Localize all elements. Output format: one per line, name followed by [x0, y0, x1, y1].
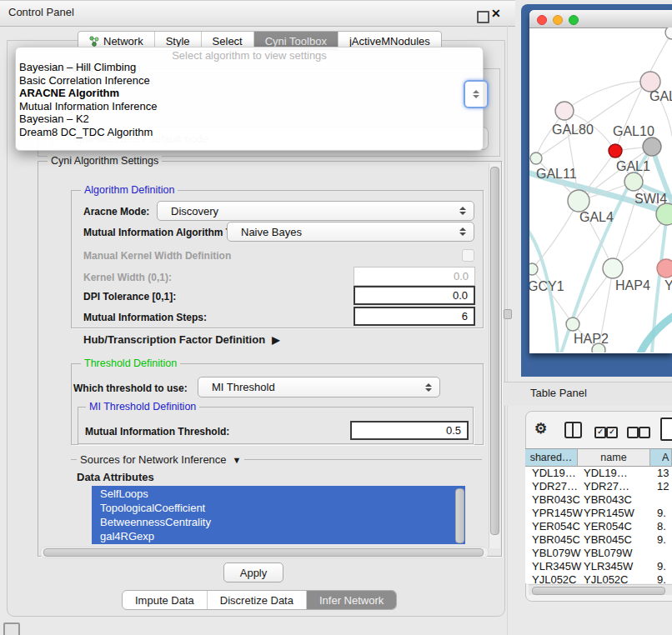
split-columns-icon[interactable]	[564, 422, 582, 438]
table-cell[interactable]: YLR345W	[584, 560, 633, 572]
table-row[interactable]: YPR145WYPR145W9.	[525, 507, 672, 520]
new-table-icon[interactable]	[660, 418, 672, 441]
dropdown-item[interactable]: Bayesian – K2	[19, 112, 89, 125]
aracne-mode-combo[interactable]: Discovery	[157, 201, 474, 221]
mi-threshold-field[interactable]: 0.5	[350, 421, 469, 440]
network-node[interactable]	[555, 102, 574, 120]
network-node[interactable]	[568, 190, 589, 212]
network-node[interactable]	[603, 258, 623, 278]
dropdown-item-selected[interactable]: ARACNE Algorithm	[19, 87, 119, 99]
float-panel-icon[interactable]	[477, 11, 489, 23]
network-node[interactable]	[624, 172, 643, 191]
dpi-tolerance-label: DPI Tolerance [0,1]:	[83, 291, 176, 302]
attributes-scrollbar-thumb[interactable]	[455, 488, 464, 543]
column-header-partial[interactable]: A	[650, 448, 672, 467]
dropdown-item[interactable]: Basic Correlation Inference	[19, 74, 150, 87]
which-threshold-combo[interactable]: MI Threshold	[198, 377, 440, 398]
table-cell[interactable]: YBL079W	[584, 547, 633, 559]
zoom-window-icon[interactable]	[569, 15, 579, 25]
dropdown-item[interactable]: Bayesian – Hill Climbing	[19, 61, 136, 73]
table-cell[interactable]: 8.	[657, 520, 666, 532]
settings-hscrollbar-thumb[interactable]	[43, 548, 484, 557]
table-cell[interactable]: YBR045C	[584, 533, 632, 546]
network-node[interactable]	[529, 263, 538, 275]
table-row[interactable]: YER054CYER054C8.	[525, 520, 672, 533]
tab-impute-data[interactable]: Impute Data	[123, 591, 207, 609]
select-all-icon[interactable]: ✓	[606, 427, 618, 438]
minimize-window-icon[interactable]	[553, 15, 563, 25]
network-node[interactable]	[657, 259, 672, 278]
mi-type-combo[interactable]: Naive Bayes	[227, 222, 474, 242]
attribute-item[interactable]: BetweennessCentrality	[100, 516, 211, 528]
manual-kernel-checkbox[interactable]	[462, 249, 474, 262]
table-cell[interactable]: YDL19…	[584, 467, 628, 479]
network-window-titlebar[interactable]	[529, 10, 672, 28]
table-row[interactable]: YBR045CYBR045C9.	[525, 533, 672, 547]
network-node[interactable]	[665, 28, 672, 39]
algorithm-combo-stepper[interactable]	[464, 80, 489, 108]
table-cell[interactable]: YDR27…	[584, 480, 629, 492]
table-cell[interactable]: YDL19…	[532, 467, 576, 479]
network-canvas[interactable]: GALGAL80GAL10GAL11GAL1SWI4GAL4GCY1HAP4YH…	[529, 28, 672, 352]
attribute-item[interactable]: gal4RGexp	[100, 530, 154, 542]
table-row[interactable]: YLR345WYLR345W9.	[525, 560, 672, 573]
settings-hscrollbar-track[interactable]	[40, 547, 489, 558]
table-hscrollbar-thumb[interactable]	[532, 587, 665, 595]
table-cell[interactable]: YER054C	[532, 520, 580, 532]
table-cell[interactable]: 9.	[657, 573, 666, 583]
table-row[interactable]: YDL19…YDL19…13	[525, 467, 672, 480]
attribute-item[interactable]: SelfLoops	[100, 488, 148, 500]
table-cell[interactable]: YBR043C	[584, 493, 632, 506]
table-cell[interactable]: 13	[657, 467, 669, 479]
close-panel-icon[interactable]: ✕	[491, 7, 501, 20]
table-cell[interactable]: YLR345W	[532, 560, 581, 572]
kernel-width-field[interactable]: 0.0	[354, 267, 475, 286]
network-node[interactable]	[643, 138, 661, 156]
network-node[interactable]	[566, 318, 579, 331]
table-row[interactable]: YJL052CYJL052C9.	[525, 573, 672, 583]
hub-section-toggle[interactable]: Hub/Transcription Factor Definition ▶	[83, 333, 279, 346]
table-cell[interactable]: YPR145W	[532, 507, 583, 519]
table-cell[interactable]: YJL052C	[584, 573, 628, 583]
select-all-icon[interactable]: ✓	[594, 427, 606, 438]
panel-splitter[interactable]	[507, 25, 508, 635]
table-cell[interactable]: YJL052C	[532, 573, 576, 583]
attribute-item[interactable]: TopologicalCoefficient	[100, 502, 205, 514]
table-cell[interactable]: YBR043C	[532, 493, 580, 506]
network-node[interactable]	[530, 152, 542, 164]
splitter-handle[interactable]	[504, 309, 512, 319]
sources-toggle[interactable]: Sources for Network Inference ▼	[77, 453, 244, 466]
table-cell[interactable]: YER054C	[584, 520, 632, 532]
tab-infer-network[interactable]: Infer Network	[306, 591, 396, 609]
table-cell[interactable]: YPR145W	[584, 507, 634, 519]
table-cell[interactable]: 12	[657, 480, 669, 492]
column-header-name[interactable]: name	[578, 448, 650, 467]
dropdown-item[interactable]: Dream8 DC_TDC Algorithm	[19, 126, 153, 138]
tab-discretize-data[interactable]: Discretize Data	[207, 591, 306, 609]
dpi-tolerance-field[interactable]: 0.0	[354, 286, 475, 305]
dock-panel-icon[interactable]	[3, 622, 20, 635]
select-none-icon[interactable]	[639, 427, 650, 438]
table-row[interactable]: YBR043CYBR043C	[525, 493, 672, 507]
table-row[interactable]: YDR27…YDR27…12	[525, 480, 672, 493]
close-window-icon[interactable]	[537, 15, 547, 25]
table-cell[interactable]: YDR27…	[532, 480, 578, 492]
table-row[interactable]: YBL079WYBL079W	[525, 547, 672, 560]
settings-scrollbar-thumb[interactable]	[490, 167, 499, 535]
mi-steps-field[interactable]: 6	[354, 307, 475, 326]
table-cell[interactable]: 9.	[657, 507, 666, 519]
select-none-icon[interactable]	[627, 427, 639, 438]
table-cell[interactable]: YBL079W	[532, 547, 581, 559]
table-cell[interactable]: 9.	[657, 560, 666, 572]
network-node[interactable]	[609, 144, 622, 158]
dropdown-item[interactable]: Mutual Information Inference	[19, 100, 157, 112]
table-hscrollbar-track[interactable]	[529, 584, 672, 595]
table-cell[interactable]: 9.	[657, 533, 666, 546]
table-cell[interactable]: YBR045C	[532, 533, 580, 546]
gear-icon[interactable]: ⚙	[534, 420, 547, 438]
apply-button[interactable]: Apply	[223, 562, 283, 582]
column-header-shared[interactable]: shared…	[525, 448, 578, 467]
data-attributes-list[interactable]: SelfLoops TopologicalCoefficient Between…	[92, 486, 465, 544]
network-node[interactable]	[592, 343, 605, 352]
network-node[interactable]	[656, 203, 672, 225]
